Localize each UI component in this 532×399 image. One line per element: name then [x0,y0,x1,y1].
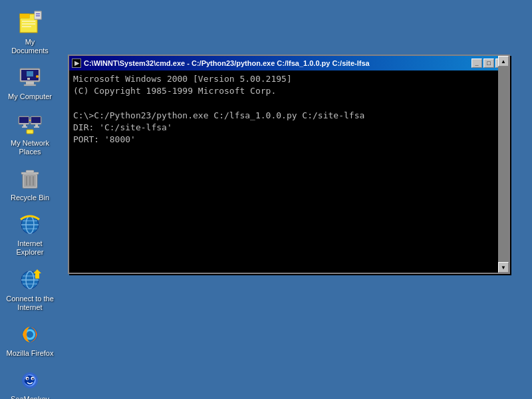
desktop: My Documents My Computer [0,0,60,399]
internet-explorer-label: Internet Explorer [6,239,54,257]
icon-seamonkey[interactable]: SeaMonkey [3,364,57,399]
my-computer-label: My Computer [8,92,52,101]
cmd-scrollbar: ▲ ▼ [498,70,509,273]
svg-rect-21 [22,126,27,128]
svg-point-46 [27,331,33,338]
maximize-button[interactable]: □ [483,59,494,68]
scroll-down-button[interactable]: ▼ [498,262,509,273]
svg-rect-3 [22,21,35,22]
mozilla-firefox-icon [17,321,43,347]
svg-rect-13 [27,71,33,76]
my-documents-label: My Documents [6,38,54,55]
svg-rect-8 [36,15,40,17]
svg-rect-20 [23,124,26,126]
svg-rect-11 [26,82,34,84]
icon-recycle-bin[interactable]: Recycle Bin [3,162,57,205]
cmd-title-area: ▶ C:\WINNT\System32\cmd.exe - C:/Python2… [72,59,370,68]
my-computer-icon [17,64,43,90]
svg-rect-7 [36,13,40,15]
svg-point-52 [32,378,33,379]
svg-point-15 [36,75,39,78]
mozilla-firefox-label: Mozilla Firefox [7,349,54,358]
svg-rect-17 [19,117,29,123]
icon-internet-explorer[interactable]: Internet Explorer [3,208,57,259]
recycle-bin-icon [17,165,43,192]
svg-rect-22 [35,124,38,126]
svg-rect-29 [26,170,34,173]
svg-rect-2 [20,14,29,18]
svg-point-51 [27,378,28,379]
cmd-output: Microsoft Windows 2000 [Version 5.00.219… [73,73,505,146]
icon-my-computer[interactable]: My Computer [3,61,57,104]
recycle-bin-label: Recycle Bin [11,194,49,202]
icon-my-documents[interactable]: My Documents [3,7,57,58]
svg-rect-19 [31,117,41,123]
icon-connect-internet[interactable]: Connect to the Internet [3,263,57,315]
cmd-window: ▶ C:\WINNT\System32\cmd.exe - C:/Python2… [68,55,510,274]
cmd-title-text: C:\WINNT\System32\cmd.exe - C:/Python23/… [84,59,370,67]
svg-rect-4 [22,23,35,25]
svg-rect-14 [27,78,30,80]
seamonkey-label: SeaMonkey [11,395,49,399]
cmd-icon: ▶ [72,59,81,68]
svg-rect-5 [22,26,31,27]
svg-rect-12 [24,84,36,86]
seamonkey-icon [17,366,43,393]
cmd-titlebar: ▶ C:\WINNT\System32\cmd.exe - C:/Python2… [69,56,509,70]
my-network-places-label: My Network Places [6,139,54,156]
icon-my-network-places[interactable]: My Network Places [3,108,57,159]
cmd-body[interactable]: Microsoft Windows 2000 [Version 5.00.219… [69,70,509,273]
my-documents-icon [17,9,43,36]
connect-internet-icon [17,266,43,293]
scroll-track [498,70,509,262]
connect-internet-label: Connect to the Internet [6,295,54,312]
minimize-button[interactable]: _ [471,59,482,68]
my-network-places-icon [17,110,43,137]
svg-rect-25 [27,130,33,134]
internet-explorer-icon [17,211,43,237]
icon-mozilla-firefox[interactable]: Mozilla Firefox [3,318,57,360]
svg-rect-23 [34,126,39,128]
